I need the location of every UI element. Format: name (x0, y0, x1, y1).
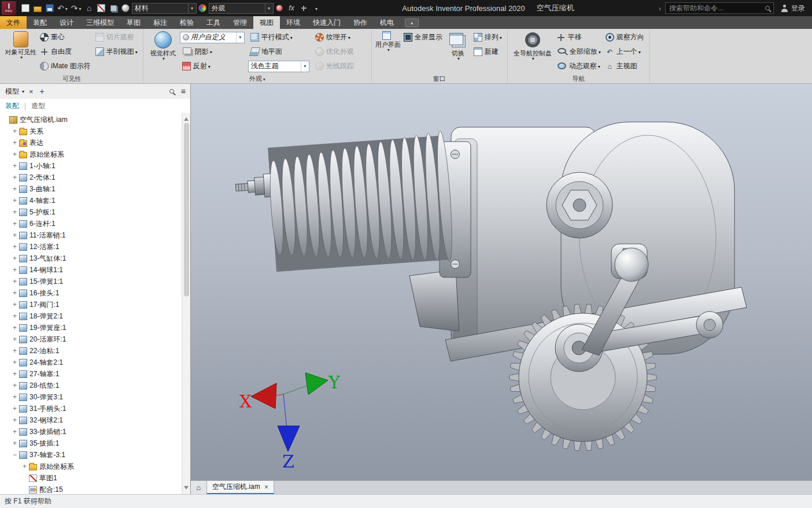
viewport[interactable]: X Y Z ⌂ 空气压缩机.iam × (191, 84, 812, 494)
open-button[interactable] (31, 1, 43, 15)
tree-expander-icon[interactable]: + (11, 324, 19, 332)
tree-item[interactable]: +2-壳体:1 (0, 172, 181, 183)
document-tab[interactable]: 空气压缩机.iam × (207, 481, 274, 494)
tree-item[interactable]: +24-轴套2:1 (0, 357, 181, 368)
tree-expander-icon[interactable]: + (11, 301, 19, 309)
group-label-navigate[interactable]: 导航 (511, 75, 647, 83)
tree-expander-icon[interactable]: + (11, 428, 19, 436)
tree-item[interactable]: 配合:15 (0, 484, 181, 494)
textures-button[interactable]: 纹理开 (313, 30, 368, 45)
scrollbar-thumb[interactable] (184, 123, 189, 296)
tree-item[interactable]: +17-阀门:1 (0, 299, 181, 310)
tree-item[interactable]: +11-活塞销:1 (0, 229, 181, 241)
close-tab-icon[interactable]: × (264, 483, 269, 491)
new-window-button[interactable]: 新建 (471, 45, 501, 59)
user-interface-button[interactable]: 用户界面 (375, 30, 401, 53)
home-tab-button[interactable]: ⌂ (191, 481, 207, 494)
ribbon-tab-13[interactable]: 机电 (374, 16, 400, 29)
tree-item[interactable]: +27-轴塞:1 (0, 368, 181, 380)
tree-expander-icon[interactable]: + (11, 370, 19, 378)
tree-expander-icon[interactable]: − (11, 451, 19, 459)
ground-plane-button[interactable]: 地平面 (248, 45, 313, 59)
tree-expander-icon[interactable]: + (11, 220, 19, 228)
browser-scrollbar[interactable] (182, 113, 190, 494)
adjust-button[interactable] (274, 1, 286, 15)
steering-wheel-button[interactable]: 全导航控制盘 (511, 30, 555, 62)
tree-expander-icon[interactable]: + (11, 127, 19, 135)
group-label-visibility[interactable]: 可见性 (4, 75, 140, 83)
ribbon-tab-6[interactable]: 检验 (174, 16, 200, 29)
ribbon-tab-3[interactable]: 三维模型 (80, 16, 120, 29)
tree-expander-icon[interactable]: + (11, 185, 19, 193)
browser-search-button[interactable] (169, 89, 174, 94)
measure-button[interactable] (298, 1, 310, 15)
tree-item[interactable]: +16-接头:1 (0, 287, 181, 299)
tree-expander-icon[interactable]: + (11, 266, 19, 274)
ribbon-collapse-button[interactable]: ▴ (405, 18, 419, 27)
tree-item[interactable]: +14-钢球1:1 (0, 264, 181, 276)
tree-item[interactable]: +35-拔插:1 (0, 437, 181, 449)
imate-glyph-button[interactable]: iMate 图示符 (38, 59, 93, 73)
appearance-combo[interactable]: 外观 (209, 3, 274, 14)
look-at-button[interactable]: 观察方向 (603, 30, 647, 45)
full-screen-button[interactable]: 全屏显示 (401, 30, 445, 45)
tree-item[interactable]: +3-曲轴:1 (0, 183, 181, 195)
material-combo[interactable]: 材料 (132, 3, 197, 14)
ribbon-tab-0[interactable]: 文件 (0, 16, 27, 29)
tree-expander-icon[interactable]: + (11, 243, 19, 251)
qat-customize-button[interactable] (310, 1, 322, 15)
degrees-of-freedom-button[interactable]: 自由度 (38, 45, 74, 59)
tree-item[interactable]: +4-轴套:1 (0, 195, 181, 206)
tree-expander-icon[interactable]: + (11, 289, 19, 297)
ribbon-tab-10[interactable]: 环境 (280, 16, 307, 29)
tree-expander-icon[interactable]: + (11, 335, 19, 343)
tree-item[interactable]: 空气压缩机.iam (0, 114, 181, 125)
ribbon-tab-5[interactable]: 标注 (147, 16, 174, 29)
material-ball-button[interactable] (120, 1, 132, 15)
tree-expander-icon[interactable]: + (11, 358, 19, 366)
orthographic-button[interactable]: 平行模式 (248, 30, 313, 45)
subtab-assembly[interactable]: 装配 (5, 101, 19, 111)
new-file-button[interactable] (19, 1, 31, 15)
tree-item[interactable]: +关系 (0, 125, 181, 137)
visual-style-button[interactable]: 视觉样式 (146, 30, 180, 62)
tree-item[interactable]: +20-活塞环:1 (0, 333, 181, 345)
tree-expander-icon[interactable]: + (11, 277, 19, 285)
half-section-button[interactable]: 半剖视图 (93, 45, 140, 59)
tree-expander-icon[interactable]: + (11, 196, 19, 205)
tree-expander-icon[interactable]: + (11, 254, 19, 262)
tree-item[interactable]: +5-护板:1 (0, 206, 181, 218)
orbit-button[interactable]: 动态观察 (555, 59, 603, 73)
tree-item[interactable]: +22-油粘:1 (0, 345, 181, 357)
tree-expander-icon[interactable]: + (11, 381, 19, 390)
ribbon-tab-12[interactable]: 协作 (347, 16, 374, 29)
tree-item[interactable]: +33-拔插销:1 (0, 426, 181, 437)
ribbon-tab-8[interactable]: 管理 (227, 16, 253, 29)
tree-item[interactable]: +31-手柄头:1 (0, 403, 181, 414)
tree-item[interactable]: +19-弹簧座:1 (0, 322, 181, 333)
tree-expander-icon[interactable]: + (11, 231, 19, 239)
tree-expander-icon[interactable]: + (11, 416, 19, 424)
ribbon-tab-7[interactable]: 工具 (200, 16, 227, 29)
tree-item[interactable]: +12-活塞:1 (0, 241, 181, 253)
tree-expander-icon[interactable]: + (11, 439, 19, 447)
scroll-up-icon[interactable] (184, 115, 189, 121)
tree-expander-icon[interactable]: + (11, 162, 19, 170)
ribbon-tab-2[interactable]: 设计 (53, 16, 80, 29)
ribbon-tab-9[interactable]: 视图 (253, 16, 280, 29)
tree-item[interactable]: +18-弹簧2:1 (0, 310, 181, 322)
scroll-down-icon[interactable] (184, 486, 189, 492)
browser-tab-model[interactable]: 模型 (3, 87, 26, 97)
undo-button[interactable]: ↶ (56, 1, 69, 15)
tree-item[interactable]: +6-连杆:1 (0, 218, 181, 229)
tree-item[interactable]: +原始坐标系 (0, 461, 181, 472)
previous-view-button[interactable]: ↶上一个 (603, 45, 643, 59)
inventor-logo[interactable]: IPRO (2, 1, 16, 15)
object-visibility-button[interactable]: 对象可见性 (4, 30, 38, 61)
browser-close-button[interactable]: × (29, 87, 34, 96)
sketch-button[interactable] (95, 1, 108, 15)
help-search-box[interactable] (665, 2, 774, 14)
zoom-all-button[interactable]: 全部缩放 (555, 45, 603, 59)
tree-item[interactable]: +表达 (0, 137, 181, 149)
tree-item[interactable]: −37-轴套-3:1 (0, 449, 181, 461)
